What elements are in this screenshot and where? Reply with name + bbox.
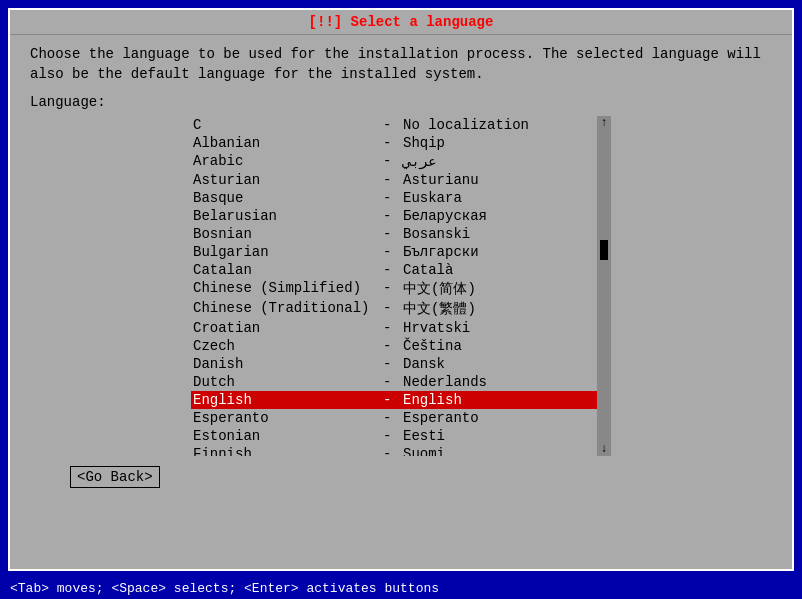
- description: Choose the language to be used for the i…: [30, 45, 772, 84]
- status-bar: <Tab> moves; <Space> selects; <Enter> ac…: [0, 577, 802, 599]
- language-label: Language:: [30, 94, 772, 110]
- status-text: <Tab> moves; <Space> selects; <Enter> ac…: [10, 581, 439, 596]
- list-item[interactable]: Bulgarian - Български: [191, 243, 597, 261]
- list-item[interactable]: Asturian - Asturianu: [191, 171, 597, 189]
- list-item[interactable]: C - No localization: [191, 116, 597, 134]
- description-line1: Choose the language to be used for the i…: [30, 45, 772, 65]
- list-item[interactable]: Croatian - Hrvatski: [191, 319, 597, 337]
- list-item[interactable]: Esperanto - Esperanto: [191, 409, 597, 427]
- list-item[interactable]: Estonian - Eesti: [191, 427, 597, 445]
- list-item[interactable]: Chinese (Traditional) - 中文(繁體): [191, 299, 597, 319]
- scroll-track: [600, 132, 608, 440]
- description-line2: also be the default language for the ins…: [30, 65, 772, 85]
- list-item[interactable]: Catalan - Català: [191, 261, 597, 279]
- list-item[interactable]: Chinese (Simplified) - 中文(简体): [191, 279, 597, 299]
- list-item[interactable]: English - English: [191, 391, 597, 409]
- scroll-down-icon[interactable]: ↓: [599, 442, 608, 456]
- scrollbar: ↑ ↓: [597, 116, 611, 456]
- list-item[interactable]: Albanian - Shqip: [191, 134, 597, 152]
- title-text: [!!] Select a language: [309, 14, 494, 30]
- scroll-thumb: [600, 240, 608, 260]
- list-item[interactable]: Danish - Dansk: [191, 355, 597, 373]
- list-item[interactable]: Finnish - Suomi: [191, 445, 597, 456]
- language-list[interactable]: C - No localizationAlbanian - ShqipArabi…: [191, 116, 597, 456]
- list-item[interactable]: Dutch - Nederlands: [191, 373, 597, 391]
- list-item[interactable]: Arabic - عربي: [191, 152, 597, 171]
- list-item[interactable]: Bosnian - Bosanski: [191, 225, 597, 243]
- scroll-up-icon[interactable]: ↑: [599, 116, 608, 130]
- main-window: [!!] Select a language Choose the langua…: [8, 8, 794, 571]
- list-item[interactable]: Belarusian - Беларуская: [191, 207, 597, 225]
- content: Choose the language to be used for the i…: [10, 35, 792, 498]
- go-back-button[interactable]: <Go Back>: [70, 466, 160, 488]
- list-item[interactable]: Czech - Čeština: [191, 337, 597, 355]
- title-bar: [!!] Select a language: [10, 10, 792, 35]
- list-item[interactable]: Basque - Euskara: [191, 189, 597, 207]
